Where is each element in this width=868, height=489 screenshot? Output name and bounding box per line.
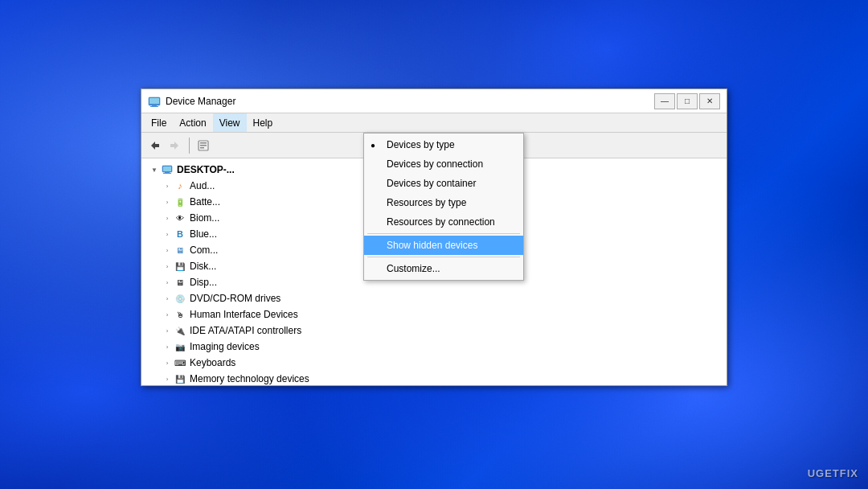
expand-icon: › <box>161 244 174 257</box>
tree-root-item[interactable]: ▼ DESKTOP-... <box>141 162 350 178</box>
properties-button[interactable] <box>194 136 213 155</box>
resources-by-type-item[interactable]: Resources by type <box>364 193 523 212</box>
tree-item-disk[interactable]: › 💾 Disk... <box>141 258 350 274</box>
tree-item-hid[interactable]: › 🖱 Human Interface Devices <box>141 306 350 323</box>
expand-icon: › <box>161 276 174 289</box>
tree-item-computer[interactable]: › 🖥 Com... <box>141 242 350 258</box>
minimize-button[interactable]: — <box>654 93 675 109</box>
watermark: UGETFIX <box>808 467 858 479</box>
svg-rect-14 <box>165 172 170 173</box>
expand-icon: › <box>161 372 174 385</box>
hid-icon: 🖱 <box>174 308 186 321</box>
toolbar-separator <box>189 138 190 154</box>
svg-rect-10 <box>200 145 207 146</box>
svg-rect-9 <box>200 142 207 144</box>
file-menu[interactable]: File <box>145 113 173 132</box>
devices-by-type-item[interactable]: ● Devices by type <box>364 135 523 154</box>
action-menu[interactable]: Action <box>173 113 212 132</box>
disk-icon: 💾 <box>174 260 186 273</box>
tree-item-keyboards[interactable]: › ⌨ Keyboards <box>141 355 350 371</box>
tree-item-dvd[interactable]: › 💿 DVD/CD-ROM drives <box>141 290 350 306</box>
expand-icon: ▼ <box>148 163 161 176</box>
svg-rect-2 <box>152 105 157 106</box>
view-menu[interactable]: View <box>213 113 247 132</box>
svg-rect-1 <box>149 98 159 104</box>
expand-icon: › <box>161 324 174 337</box>
help-menu[interactable]: Help <box>247 113 280 132</box>
expand-icon: › <box>161 356 174 369</box>
audio-icon: ♪ <box>174 179 186 192</box>
tree-root-label: DESKTOP-... <box>177 164 235 175</box>
monitor-icon: 🖥 <box>174 244 186 257</box>
device-manager-window: Device Manager — □ ✕ File Action View He… <box>141 88 727 386</box>
computer-icon <box>161 163 174 176</box>
display-icon: 🖥 <box>174 276 186 289</box>
window-title: Device Manager <box>166 96 654 107</box>
tree-item-imaging[interactable]: › 📷 Imaging devices <box>141 339 350 355</box>
expand-icon: › <box>161 228 174 240</box>
memory-icon: 💾 <box>174 372 186 385</box>
svg-marker-4 <box>151 142 155 150</box>
svg-rect-15 <box>163 173 171 174</box>
svg-rect-5 <box>155 144 159 147</box>
separator-1 <box>367 233 520 234</box>
bio-icon: 👁 <box>174 212 186 224</box>
separator-2 <box>367 257 520 257</box>
resources-by-connection-item[interactable]: Resources by connection <box>364 212 523 232</box>
expand-icon: › <box>161 340 174 353</box>
device-tree: ▼ DESKTOP-... › ♪ Aud... › <box>141 158 350 385</box>
svg-rect-7 <box>170 144 174 147</box>
expand-icon: › <box>161 195 174 208</box>
tree-item-biometric[interactable]: › 👁 Biom... <box>141 210 350 226</box>
tree-item-ide[interactable]: › 🔌 IDE ATA/ATAPI controllers <box>141 323 350 339</box>
bluetooth-icon: B <box>174 228 186 240</box>
tree-item-battery[interactable]: › 🔋 Batte... <box>141 194 350 210</box>
view-menu-dropdown: ● Devices by type Devices by connection … <box>363 133 524 281</box>
tree-item-bluetooth[interactable]: › B Blue... <box>141 226 350 242</box>
svg-rect-13 <box>163 166 171 171</box>
expand-icon: › <box>161 179 174 192</box>
keyboard-icon: ⌨ <box>174 356 186 369</box>
customize-item[interactable]: Customize... <box>364 259 523 278</box>
check-icon: ● <box>371 141 375 150</box>
tree-item-memory[interactable]: › 💾 Memory technology devices <box>141 371 350 385</box>
back-button[interactable] <box>145 136 164 155</box>
close-button[interactable]: ✕ <box>699 93 720 109</box>
show-hidden-devices-item[interactable]: Show hidden devices <box>364 236 523 255</box>
ide-icon: 🔌 <box>174 324 186 337</box>
dvd-icon: 💿 <box>174 292 186 305</box>
svg-rect-11 <box>200 147 204 149</box>
battery-icon: 🔋 <box>174 195 186 208</box>
svg-rect-3 <box>150 106 158 107</box>
imaging-icon: 📷 <box>174 340 186 353</box>
titlebar-buttons: — □ ✕ <box>654 93 720 109</box>
tree-item-audio[interactable]: › ♪ Aud... <box>141 178 350 194</box>
titlebar-icon <box>148 95 161 108</box>
expand-icon: › <box>161 260 174 273</box>
expand-icon: › <box>161 308 174 321</box>
forward-button[interactable] <box>166 136 185 155</box>
titlebar: Device Manager — □ ✕ <box>141 89 727 113</box>
devices-by-connection-item[interactable]: Devices by connection <box>364 154 523 174</box>
menubar: File Action View Help ● Devices by type … <box>141 113 727 133</box>
expand-icon: › <box>161 212 174 224</box>
maximize-button[interactable]: □ <box>677 93 698 109</box>
expand-icon: › <box>161 292 174 305</box>
svg-marker-6 <box>174 142 178 150</box>
tree-item-display[interactable]: › 🖥 Disp... <box>141 274 350 290</box>
devices-by-container-item[interactable]: Devices by container <box>364 174 523 193</box>
